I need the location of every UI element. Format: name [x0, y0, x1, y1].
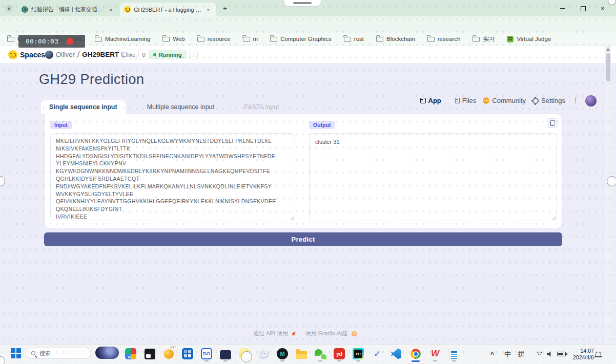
input-label: Input	[50, 121, 72, 129]
youdao-icon[interactable]: yd	[333, 348, 345, 360]
window-close-button[interactable]: ×	[595, 4, 610, 13]
running-indicator	[318, 360, 322, 362]
sequence-input[interactable]: MKEILRVKNFKKYGLGLFIHYGLYNQLEKGEWYMKMYNLS…	[51, 134, 295, 221]
tab-close-icon[interactable]: ×	[107, 6, 115, 13]
huggingface-logo-icon	[8, 50, 17, 59]
tab-app[interactable]: App	[420, 97, 441, 104]
copy-output-button[interactable]	[547, 118, 558, 128]
volume-icon[interactable]	[547, 344, 553, 364]
page-scrollbar[interactable]	[605, 46, 611, 344]
bookmark-folder-internship[interactable]: 实习	[473, 35, 495, 43]
like-count[interactable]: 0	[138, 50, 148, 59]
hf-user-avatar[interactable]	[585, 95, 597, 106]
tab-fasta-input[interactable]: FASTA input	[236, 100, 288, 114]
owner-name[interactable]: Oiliver	[56, 51, 75, 58]
window-minimize-button[interactable]	[555, 4, 570, 13]
mail-app-icon[interactable]: M	[276, 348, 289, 360]
tray-date: 2024/4/6	[573, 354, 594, 361]
tab-community[interactable]: Community	[483, 97, 526, 104]
scrollbar-thumb[interactable]	[606, 53, 610, 81]
battery-icon[interactable]	[557, 344, 566, 364]
tray-time: 14:07	[581, 348, 594, 354]
notifications-bell-icon[interactable]	[596, 344, 601, 364]
store-app-icon[interactable]	[181, 348, 194, 360]
nav-divider	[448, 97, 448, 104]
recorder-top-handle[interactable]	[283, 0, 321, 7]
cat-app-icon[interactable]	[219, 348, 232, 360]
tab-close-icon[interactable]: ×	[204, 6, 212, 13]
output-label: Output	[309, 121, 335, 129]
recorder-bottom-handle[interactable]	[241, 351, 252, 362]
bookmark-virtual-judge[interactable]: Virtual Judge	[507, 36, 551, 42]
tab-single-sequence[interactable]: Single sequence input	[41, 100, 126, 114]
weather-temp: 27°	[169, 346, 177, 350]
clock-widget[interactable]: 14:072024/4/6	[573, 344, 594, 364]
status-menu-button[interactable]: ⋮	[189, 50, 198, 59]
capture-app-icon[interactable]	[143, 348, 156, 360]
built-with-gradio-link[interactable]: 使用 Gradio 构建	[305, 330, 348, 337]
browser-tab-report[interactable]: 结题报告 - 编辑 | 北京交通大学 ×	[17, 3, 119, 16]
new-tab-button[interactable]: +	[220, 4, 230, 13]
tab-settings[interactable]: Settings	[532, 97, 565, 104]
virtual-judge-icon	[507, 36, 514, 42]
search-icon	[31, 351, 35, 355]
window-restore-button[interactable]	[576, 4, 591, 13]
space-breadcrumb: Oiliver / GH29BERT	[45, 46, 127, 63]
recorder-right-handle[interactable]	[607, 176, 616, 186]
record-stop-icon[interactable]	[67, 38, 73, 45]
running-indicator	[280, 360, 284, 362]
taskbar-search[interactable]: 搜索	[26, 348, 91, 359]
hf-more-menu[interactable]: ⋮	[572, 97, 579, 104]
tab-strip-extension-icon[interactable]: ∨	[5, 4, 13, 13]
ime-pinyin-indicator[interactable]: 拼	[518, 344, 525, 364]
screen-recorder-overlay: 00:00:03	[18, 35, 85, 48]
start-button[interactable]	[11, 348, 21, 358]
file-explorer-icon[interactable]	[295, 348, 307, 360]
bookmark-folder-machinelearning[interactable]: MachineLearning	[95, 36, 150, 42]
use-via-api-link[interactable]: 通过 API 使用	[253, 330, 288, 337]
cloud-app-icon[interactable]	[257, 348, 270, 360]
bookmark-folder-computer-graphics[interactable]: Computer Graphics	[270, 36, 332, 42]
wps-icon[interactable]: W	[429, 348, 441, 360]
restore-icon	[581, 6, 586, 11]
tab-multiple-sequence[interactable]: Multiple sequence input	[139, 100, 222, 114]
tray-expand-button[interactable]: ^	[490, 344, 494, 364]
owner-avatar[interactable]	[45, 51, 53, 59]
wifi-icon[interactable]	[535, 344, 543, 364]
folder-icon	[270, 37, 277, 42]
repo-name[interactable]: GH29BERT	[82, 51, 119, 58]
ime-chinese-indicator[interactable]: 中	[504, 344, 511, 364]
rocket-icon	[291, 330, 297, 337]
do-app-icon[interactable]: DO	[200, 348, 213, 360]
tab-files[interactable]: Files	[455, 97, 476, 104]
pal-app-icon[interactable]: PAL	[125, 348, 137, 360]
bookmark-folder-web[interactable]: Web	[162, 36, 184, 42]
pycharm-icon[interactable]: PC	[352, 348, 364, 360]
folder-icon	[7, 37, 14, 42]
widgets-thumbnail[interactable]	[95, 347, 119, 359]
vscode-icon[interactable]	[390, 348, 402, 360]
output-value: cluster 31	[310, 134, 557, 150]
spaces-brand[interactable]: Spaces	[20, 51, 45, 59]
wechat-icon[interactable]	[314, 348, 326, 360]
weather-icon[interactable]: 27°	[162, 348, 175, 360]
resize-grip-icon[interactable]	[551, 215, 556, 220]
predict-button[interactable]: Predict	[44, 232, 562, 246]
recorder-left-handle[interactable]	[0, 176, 5, 186]
bookmark-folder-research[interactable]: research	[427, 36, 461, 42]
bookmark-folder-m[interactable]: m	[243, 36, 258, 42]
footer-separator: ·	[300, 331, 302, 337]
bookmark-folder-rust[interactable]: rust	[344, 36, 364, 42]
file-icon	[455, 98, 460, 103]
like-button[interactable]: ♡like	[117, 50, 138, 59]
gear-icon	[532, 98, 539, 104]
bookmark-folder-resource[interactable]: resource	[197, 36, 231, 42]
hf-logo-group[interactable]: Spaces	[8, 46, 45, 63]
check-app-icon[interactable]: ✓	[371, 348, 383, 360]
bookmark-folder-blockchain[interactable]: Blockchain	[376, 36, 415, 42]
status-badge[interactable]: Running	[149, 50, 187, 59]
notes-app-icon[interactable]	[448, 348, 460, 360]
browser-tab-gh29bert[interactable]: GH29BERT - a Hugging Face ×	[120, 3, 216, 16]
chrome-icon-active[interactable]	[409, 348, 422, 360]
minimize-icon	[560, 8, 565, 9]
